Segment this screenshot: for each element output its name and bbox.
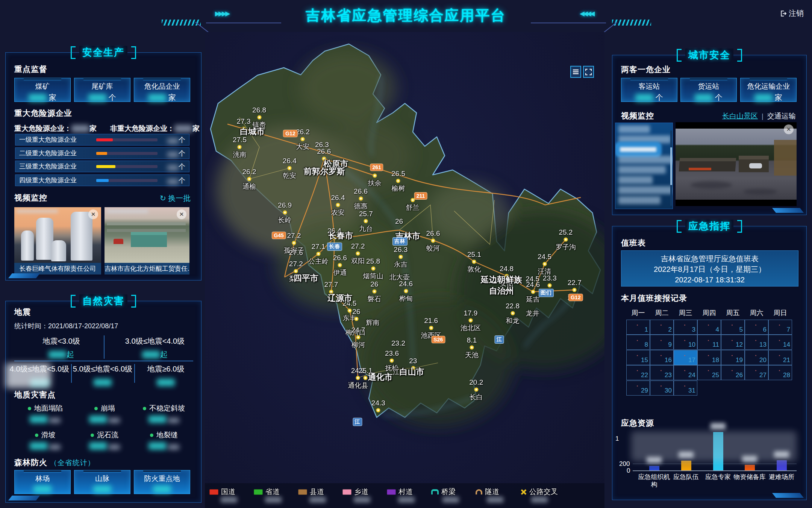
calendar-day-3[interactable]: 3 — [674, 320, 697, 335]
map-marker-dot-永吉[interactable] — [398, 255, 403, 259]
map-marker-dot-东丰[interactable] — [347, 308, 351, 312]
stat-card-煤矿[interactable]: 煤矿 家 — [14, 78, 71, 102]
calendar-day-6[interactable]: 6 — [745, 320, 768, 335]
map-marker-dot-桦甸[interactable] — [404, 289, 408, 293]
map-marker-dot-洮南[interactable] — [238, 145, 242, 149]
stat-card-林场[interactable]: 林场 — [14, 470, 71, 494]
calendar-day-1[interactable]: 1 — [626, 320, 650, 335]
stat-card-尾矿库[interactable]: 尾矿库 个 — [74, 78, 130, 102]
map-marker-dot-长岭[interactable] — [283, 210, 287, 214]
map-marker-dot-伊通[interactable] — [338, 263, 342, 267]
map-marker-dot-榆树[interactable] — [396, 179, 400, 183]
calendar-day-5[interactable]: 5 — [721, 320, 745, 335]
camera-list-item[interactable] — [618, 186, 673, 194]
calendar-day-9[interactable]: 9 — [650, 335, 674, 350]
map-marker-dot-农安[interactable] — [336, 203, 340, 207]
map-marker-dot-孤家子[interactable] — [292, 241, 296, 245]
camera-card[interactable]: ✕长春巨峰气体有限责任公司 — [14, 207, 101, 274]
camera-list-scrollbar[interactable] — [670, 130, 672, 206]
province-map[interactable]: 26.8镇赉27.327.5洮南26.2大安26.326.626.4乾安26.2… — [205, 32, 604, 508]
calendar-day-27[interactable]: 27 — [745, 365, 768, 380]
map-marker-dot-乾安[interactable] — [288, 166, 292, 170]
map-marker-dot-池西区[interactable] — [429, 326, 433, 330]
map-marker-dot-扶余[interactable] — [373, 174, 377, 178]
calendar-day-16[interactable]: 16 — [650, 350, 674, 365]
duty-schedule-card[interactable]: 吉林省应急管理厅应急值班表 2022年8月17日（今日，星期三） 2022-08… — [621, 250, 798, 287]
map-marker-dot-长白[interactable] — [474, 387, 478, 391]
calendar-day-30[interactable]: 30 — [650, 381, 674, 396]
camera-list-item[interactable] — [618, 176, 653, 184]
calendar-day-20[interactable]: 20 — [745, 350, 768, 365]
map-marker-dot-池北区[interactable] — [468, 318, 473, 323]
camera-card[interactable]: ✕吉林市吉化北方炬醌工贸责任... — [105, 207, 189, 274]
map-marker-dot[interactable] — [376, 408, 380, 412]
calendar-day-25[interactable]: 25 — [697, 365, 721, 380]
calendar-day-4[interactable]: 4 — [697, 320, 721, 335]
calendar-day-18[interactable]: 18 — [697, 350, 721, 365]
hazard-row-4[interactable]: 四级重大危险源企业个 — [15, 174, 189, 186]
map-marker-dot-双阳[interactable] — [356, 251, 360, 255]
stat-card-危化运输企业[interactable]: 危化运输企业 家 — [740, 78, 797, 102]
chart-bar-应急组织机构[interactable] — [649, 466, 659, 470]
map-marker-dot-延吉[interactable] — [531, 290, 535, 294]
map-marker-dot-柳河[interactable] — [356, 335, 361, 339]
camera-list-item[interactable] — [618, 146, 658, 153]
logout-button[interactable]: 注销 — [780, 8, 804, 18]
tab-changbaishan[interactable]: 长白山景区 — [722, 111, 758, 121]
map-marker-dot[interactable] — [354, 317, 358, 321]
camera-list-item[interactable] — [618, 125, 650, 133]
refresh-batch-button[interactable]: ↻ 换一批 — [160, 193, 191, 203]
map-marker-dot-蛟河[interactable] — [431, 238, 435, 243]
map-marker-dot-通化县[interactable] — [356, 376, 360, 380]
close-icon[interactable]: ✕ — [88, 209, 98, 219]
calendar-day-15[interactable]: 15 — [626, 350, 650, 365]
map-marker-dot-九台[interactable] — [364, 219, 368, 223]
stat-card-客运站[interactable]: 客运站 个 — [621, 78, 677, 102]
camera-list-item[interactable] — [618, 196, 661, 204]
live-video-feed[interactable]: ✕ — [676, 122, 797, 206]
map-marker-dot-烟筒山[interactable] — [371, 267, 375, 271]
tab-transport[interactable]: 交通运输 — [767, 111, 796, 121]
calendar-day-29[interactable]: 29 — [626, 381, 650, 396]
close-icon[interactable]: ✕ — [784, 124, 794, 134]
map-marker-dot-天池[interactable] — [470, 346, 474, 350]
close-icon[interactable]: ✕ — [177, 209, 186, 219]
calendar-day-7[interactable]: 7 — [768, 320, 792, 335]
camera-list-item[interactable] — [618, 156, 673, 164]
camera-list[interactable] — [615, 123, 673, 209]
map-marker-dot-大安[interactable] — [301, 137, 305, 141]
hazard-row-3[interactable]: 三级重大危险源企业个 — [15, 161, 189, 172]
calendar-day-11[interactable]: 11 — [697, 335, 721, 350]
calendar-day-22[interactable]: 22 — [626, 365, 650, 380]
map-marker-dot-敦化[interactable] — [472, 260, 476, 264]
map-marker-dot[interactable] — [548, 283, 552, 287]
chart-bar-避难场所[interactable] — [777, 460, 787, 470]
map-marker-dot-和龙[interactable] — [511, 311, 515, 315]
calendar-day-24[interactable]: 24 — [674, 365, 697, 380]
calendar-day-26[interactable]: 26 — [721, 365, 745, 380]
calendar-day-31[interactable]: 31 — [674, 381, 697, 396]
hazard-row-2[interactable]: 二级重大危险源企业个 — [15, 147, 189, 159]
camera-list-item[interactable] — [618, 135, 671, 143]
calendar-day-17[interactable]: 17 — [674, 350, 697, 365]
calendar-day-13[interactable]: 13 — [745, 335, 768, 350]
map-marker-dot-磐石[interactable] — [372, 289, 376, 293]
chart-bar-物资储备库[interactable] — [745, 465, 755, 470]
stat-card-防火重点地[interactable]: 防火重点地 — [134, 470, 190, 494]
map-marker-dot-汪清[interactable] — [542, 262, 547, 266]
stat-card-山脉[interactable]: 山脉 — [74, 470, 130, 494]
camera-list-item[interactable] — [618, 166, 666, 174]
calendar-day-2[interactable]: 2 — [650, 320, 674, 335]
calendar-day-12[interactable]: 12 — [721, 335, 745, 350]
stat-card-危化品企业[interactable]: 危化品企业 家 — [134, 78, 190, 102]
calendar-day-8[interactable]: 8 — [626, 335, 650, 350]
map-marker-dot-公主岭[interactable] — [316, 252, 320, 256]
stat-card-货运站[interactable]: 货运站 个 — [680, 78, 737, 102]
hazard-row-1[interactable]: 一级重大危险源企业个 — [15, 134, 189, 146]
calendar-day-21[interactable]: 21 — [768, 350, 792, 365]
calendar-day-23[interactable]: 23 — [650, 365, 674, 380]
chart-bar-应急队伍[interactable] — [681, 461, 691, 470]
map-marker-dot[interactable] — [364, 376, 368, 380]
map-marker-dot-德惠[interactable] — [359, 197, 363, 201]
calendar-day-28[interactable]: 28 — [768, 365, 792, 380]
